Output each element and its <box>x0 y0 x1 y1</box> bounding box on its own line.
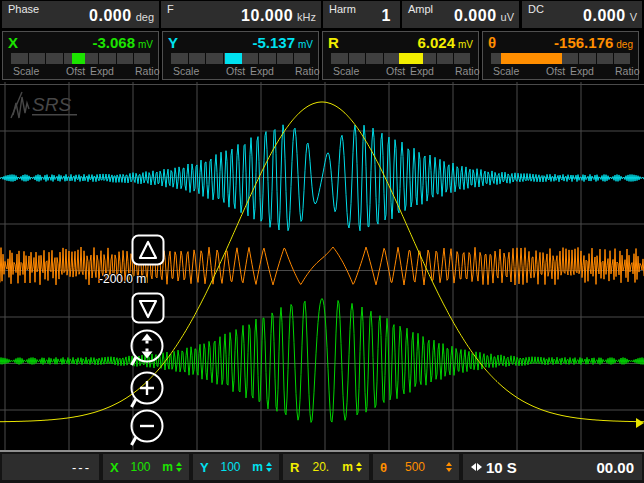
trace-offset-value: -200.0 m <box>99 272 169 286</box>
channel-theta-meter <box>491 53 630 64</box>
channel-x-value: -3.068 <box>92 34 135 51</box>
channel-x-scale-button[interactable]: Scale <box>13 65 39 77</box>
amplitude-unit: uV <box>501 11 514 23</box>
pan-left-right-icon <box>471 463 482 471</box>
up-down-stepper-icon[interactable] <box>266 462 272 472</box>
bottom-bar: --- X 100 m Y 100 m R 20. m θ 500 10 S 0… <box>0 450 644 483</box>
channel-theta-scale-button[interactable]: Scale <box>493 65 519 77</box>
channel-r-value: 6.024 <box>417 34 455 51</box>
phase-unit: deg <box>136 11 154 23</box>
channel-y-ofst-button[interactable]: Ofst <box>226 65 245 77</box>
channel-r-scale-button[interactable]: Scale <box>333 65 359 77</box>
channel-x-meter <box>11 53 150 64</box>
timebase-panel[interactable]: 10 S 00.00 <box>463 454 642 480</box>
channel-r-meter-fill <box>399 53 423 64</box>
channel-theta-panel[interactable]: θ -156.176deg Scale Ofst Expd Ratio <box>482 31 639 80</box>
x-scale-control[interactable]: X 100 m <box>103 454 189 480</box>
channel-x-ofst-button[interactable]: Ofst <box>66 65 85 77</box>
dc-offset-value: 0.000 <box>583 7 626 25</box>
frequency-field[interactable]: F 10.000kHz <box>161 1 321 28</box>
r-trace-position-marker <box>636 418 644 428</box>
frequency-value: 10.000 <box>241 7 293 25</box>
dc-offset-label: DC <box>528 3 544 15</box>
srs-logo-pulse <box>13 97 29 118</box>
srs-logo: SRS <box>6 88 98 122</box>
channel-y-ratio-button[interactable]: Ratio <box>295 65 320 77</box>
channel-r-ratio-button[interactable]: Ratio <box>455 65 480 77</box>
channel-y-expd-button[interactable]: Expd <box>250 65 274 77</box>
srs-logo-underline <box>32 114 77 116</box>
channel-x-name: X <box>8 34 18 51</box>
y-scale-control[interactable]: Y 100 m <box>193 454 279 480</box>
channel-theta-value: -156.176 <box>554 34 613 51</box>
channel-y-value: -5.137 <box>252 34 295 51</box>
channel-y-meter-fill <box>225 53 242 64</box>
dc-offset-field[interactable]: DC 0.000V <box>522 1 642 28</box>
r-scale-control[interactable]: R 20. m <box>283 454 369 480</box>
amplitude-label: Ampl <box>408 3 433 15</box>
channel-r-panel[interactable]: R 6.024mV Scale Ofst Expd Ratio <box>322 31 479 80</box>
x-scale-name: X <box>110 460 119 475</box>
phase-label: Phase <box>8 3 39 15</box>
loupe-handle <box>132 437 137 445</box>
channel-y-name: Y <box>168 34 178 51</box>
channel-x-meter-fill <box>72 53 85 64</box>
channel-r-unit: mV <box>458 39 473 50</box>
zoom-in-button[interactable] <box>128 370 168 412</box>
graph-canvas[interactable] <box>0 82 644 450</box>
channel-x-unit: mV <box>138 39 153 50</box>
y-scale-name: Y <box>200 460 209 475</box>
zoom-out-button[interactable] <box>128 408 168 450</box>
y-scale-unit: m <box>252 460 263 474</box>
channel-y-unit: mV <box>298 39 313 50</box>
channel-theta-expd-button[interactable]: Expd <box>570 65 594 77</box>
channel-x-ratio-button[interactable]: Ratio <box>135 65 160 77</box>
theta-scale-control[interactable]: θ 500 <box>373 454 459 480</box>
x-scale-unit: m <box>162 460 173 474</box>
channel-theta-unit: deg <box>616 39 633 50</box>
channel-theta-name: θ <box>488 34 496 51</box>
trace-offset-up-button[interactable] <box>131 234 165 267</box>
loupe-handle <box>132 357 137 365</box>
amplitude-value: 0.000 <box>454 7 497 25</box>
harmonic-label: Harm <box>329 3 356 15</box>
r-scale-value: 20. <box>313 460 330 474</box>
channel-theta-ratio-button[interactable]: Ratio <box>615 65 640 77</box>
channel-r-ofst-button[interactable]: Ofst <box>386 65 405 77</box>
up-down-stepper-icon[interactable] <box>176 462 182 472</box>
loupe-handle <box>132 399 137 407</box>
theta-scale-name: θ <box>380 460 387 475</box>
x-scale-value: 100 <box>130 460 150 474</box>
y-scale-value: 100 <box>220 460 240 474</box>
up-down-stepper-icon[interactable] <box>356 462 362 472</box>
plus-icon <box>140 381 154 395</box>
trace-offset-down-button[interactable] <box>131 292 165 325</box>
r-scale-unit: m <box>342 460 353 474</box>
harmonic-field[interactable]: Harm 1 <box>323 1 400 28</box>
up-down-stepper-icon[interactable] <box>446 462 452 472</box>
frequency-label: F <box>167 3 174 15</box>
channel-x-panel[interactable]: X -3.068mV Scale Ofst Expd Ratio <box>2 31 159 80</box>
channel-theta-meter-fill <box>501 53 562 64</box>
amplitude-field[interactable]: Ampl 0.000uV <box>402 1 519 28</box>
dc-offset-unit: V <box>630 11 637 23</box>
channel-r-expd-button[interactable]: Expd <box>410 65 434 77</box>
phase-field[interactable]: Phase 0.000deg <box>2 1 159 28</box>
channel-r-meter <box>331 53 470 64</box>
channel-y-meter <box>171 53 310 64</box>
vertical-autoscale-button[interactable] <box>128 328 168 370</box>
timebase-value: 10 S <box>486 459 517 476</box>
aux-monitor-display[interactable]: --- <box>2 454 99 480</box>
harmonic-value: 1 <box>382 7 391 25</box>
channel-x-expd-button[interactable]: Expd <box>90 65 114 77</box>
srs-logo-text: SRS <box>32 94 71 115</box>
theta-scale-value: 500 <box>405 460 425 474</box>
channel-y-panel[interactable]: Y -5.137mV Scale Ofst Expd Ratio <box>162 31 319 80</box>
aux-monitor-value: --- <box>72 460 91 475</box>
phase-value: 0.000 <box>89 7 132 25</box>
r-scale-name: R <box>290 460 299 475</box>
channel-theta-ofst-button[interactable]: Ofst <box>546 65 565 77</box>
time-readout: 00.00 <box>596 459 634 476</box>
up-down-arrows-icon <box>142 334 153 359</box>
channel-y-scale-button[interactable]: Scale <box>173 65 199 77</box>
